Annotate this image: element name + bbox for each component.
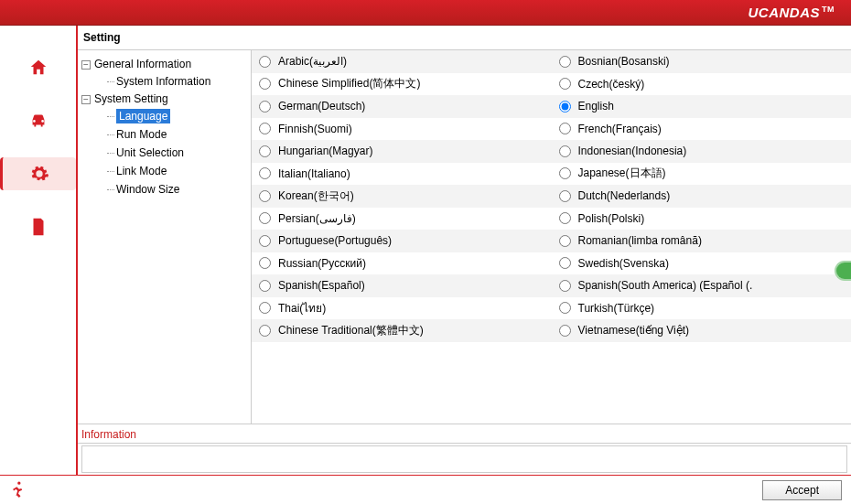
- language-radio[interactable]: [259, 280, 271, 292]
- language-radio[interactable]: [559, 212, 571, 224]
- language-option[interactable]: Korean(한국어): [252, 185, 552, 208]
- language-option[interactable]: Chinese Simplified(简体中文): [252, 73, 552, 96]
- language-radio[interactable]: [259, 56, 271, 68]
- language-option[interactable]: Russian(Русский): [252, 252, 552, 275]
- language-label: Spanish(Español): [278, 279, 365, 292]
- tree-item[interactable]: Unit Selection: [107, 144, 247, 162]
- tree-item[interactable]: Window Size: [107, 180, 247, 198]
- language-radio[interactable]: [259, 190, 271, 202]
- language-option[interactable]: Italian(Italiano): [252, 163, 552, 186]
- language-label: French(Français): [578, 123, 662, 135]
- language-radio[interactable]: [559, 190, 571, 202]
- language-radio[interactable]: [259, 257, 271, 269]
- language-label: Portuguese(Português): [278, 234, 392, 247]
- side-fab[interactable]: [835, 261, 851, 281]
- language-option[interactable]: Polish(Polski): [552, 208, 852, 231]
- language-label: German(Deutsch): [278, 100, 365, 113]
- language-label: Russian(Русский): [278, 257, 366, 270]
- tree-item[interactable]: System Information: [107, 72, 247, 91]
- language-option[interactable]: Arabic(العربية): [252, 50, 552, 73]
- language-option[interactable]: Finnish(Suomi): [252, 118, 552, 141]
- sidebar: [0, 26, 76, 475]
- exit-button[interactable]: [9, 479, 27, 500]
- language-option[interactable]: Japanese(日本語): [552, 163, 852, 186]
- language-radio[interactable]: [559, 123, 571, 134]
- language-radio[interactable]: [559, 257, 571, 269]
- language-label: Spanish(South America) (Español (.: [578, 279, 753, 292]
- sidebar-vehicle[interactable]: [22, 104, 55, 137]
- language-radio[interactable]: [259, 101, 271, 113]
- language-label: Romanian(limba română): [578, 234, 702, 247]
- language-option[interactable]: Thai(ไทย): [252, 297, 552, 320]
- language-option[interactable]: Dutch(Nederlands): [552, 185, 852, 208]
- language-radio[interactable]: [559, 235, 571, 247]
- footer-bar: Accept: [0, 475, 851, 504]
- sidebar-settings[interactable]: [0, 157, 76, 190]
- language-radio[interactable]: [259, 212, 271, 224]
- language-radio[interactable]: [259, 167, 271, 179]
- language-option[interactable]: English: [552, 95, 852, 118]
- language-radio[interactable]: [559, 78, 571, 90]
- brand-logo: UCANDASTM: [749, 5, 835, 20]
- language-radio[interactable]: [259, 78, 271, 90]
- page-title: Setting: [78, 26, 851, 50]
- tree-item[interactable]: Run Mode: [107, 125, 247, 144]
- top-bar: UCANDASTM: [0, 0, 851, 26]
- car-icon: [28, 111, 48, 131]
- language-radio[interactable]: [259, 123, 271, 134]
- language-radio[interactable]: [259, 302, 271, 314]
- language-option[interactable]: Romanian(limba română): [552, 230, 852, 252]
- accept-button[interactable]: Accept: [762, 480, 842, 500]
- language-label: Indonesian(Indonesia): [578, 145, 687, 157]
- gear-icon: [29, 164, 49, 184]
- sidebar-home[interactable]: [22, 51, 55, 84]
- language-option[interactable]: Indonesian(Indonesia): [552, 140, 852, 163]
- language-radio[interactable]: [559, 280, 571, 292]
- language-radio[interactable]: [559, 145, 571, 157]
- language-option[interactable]: Hungarian(Magyar): [252, 140, 552, 163]
- language-label: Arabic(العربية): [278, 55, 347, 68]
- language-label: Finnish(Suomi): [278, 123, 352, 135]
- language-radio[interactable]: [559, 167, 571, 179]
- language-option[interactable]: Swedish(Svenska): [552, 252, 852, 275]
- language-option[interactable]: Spanish(Español): [252, 274, 552, 297]
- language-option[interactable]: French(Français): [552, 118, 852, 141]
- language-column-1: Arabic(العربية)Chinese Simplified(简体中文)G…: [252, 50, 552, 424]
- language-option[interactable]: Turkish(Türkçe): [552, 297, 852, 320]
- language-option[interactable]: Czech(český): [552, 73, 852, 96]
- language-radio[interactable]: [559, 302, 571, 314]
- tree-item[interactable]: Link Mode: [107, 162, 247, 180]
- language-radio[interactable]: [259, 145, 271, 157]
- language-label: English: [578, 100, 614, 113]
- tree-group[interactable]: −System Setting: [81, 91, 247, 107]
- language-radio[interactable]: [559, 325, 571, 337]
- language-option[interactable]: Chinese Traditional(繁體中文): [252, 319, 552, 342]
- language-label: Hungarian(Magyar): [278, 145, 372, 157]
- tree-group[interactable]: −General Information: [81, 56, 247, 72]
- language-option[interactable]: Spanish(South America) (Español (.: [552, 274, 852, 297]
- language-panel: Arabic(العربية)Chinese Simplified(简体中文)G…: [252, 50, 851, 424]
- language-label: Polish(Polski): [578, 212, 645, 225]
- language-label: Turkish(Türkçe): [578, 302, 655, 315]
- language-option[interactable]: German(Deutsch): [252, 95, 552, 118]
- running-man-icon: [9, 479, 27, 498]
- language-radio[interactable]: [259, 235, 271, 247]
- language-radio[interactable]: [559, 56, 571, 68]
- sidebar-report[interactable]: [22, 210, 55, 243]
- language-option[interactable]: Portuguese(Português): [252, 230, 552, 252]
- language-label: Japanese(日本語): [578, 166, 666, 181]
- brand-tm: TM: [822, 5, 835, 14]
- tree-item[interactable]: Language: [107, 107, 247, 125]
- language-option[interactable]: Bosnian(Bosanski): [552, 50, 852, 73]
- information-label: Information: [78, 424, 851, 444]
- information-box[interactable]: [81, 445, 847, 473]
- language-radio[interactable]: [259, 325, 271, 337]
- settings-tree: −General InformationSystem Information−S…: [78, 50, 252, 424]
- main-area: Setting −General InformationSystem Infor…: [76, 26, 851, 475]
- language-label: Persian(فارسی): [278, 212, 356, 225]
- language-option[interactable]: Persian(فارسی): [252, 208, 552, 231]
- language-label: Italian(Italiano): [278, 167, 350, 180]
- language-radio[interactable]: [559, 101, 571, 113]
- language-option[interactable]: Vietnamese(tiếng Việt): [552, 319, 852, 342]
- language-label: Chinese Simplified(简体中文): [278, 76, 420, 91]
